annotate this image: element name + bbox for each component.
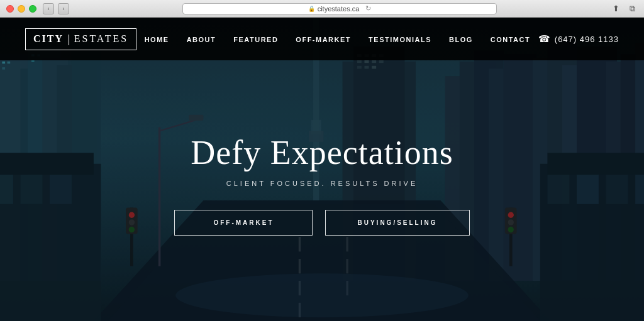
nav-item-featured[interactable]: FEATURED <box>233 33 278 45</box>
nav-link-testimonials[interactable]: TESTIMONIALS <box>369 36 431 43</box>
forward-button[interactable]: › <box>58 3 69 14</box>
logo[interactable]: CITY | ESTATES <box>25 28 136 50</box>
nav-item-about[interactable]: ABOUT <box>187 33 216 45</box>
address-bar[interactable]: 🔒 cityestates.ca ↻ <box>182 3 497 14</box>
mac-traffic-lights[interactable] <box>6 5 36 13</box>
url-text: cityestates.ca <box>318 5 360 13</box>
lock-icon: 🔒 <box>308 6 315 12</box>
nav-links: HOME ABOUT FEATURED OFF-MARKET TESTIMONI… <box>145 33 531 45</box>
toolbar-right: ⬆ ⧉ <box>610 3 638 14</box>
reload-icon[interactable]: ↻ <box>365 4 371 13</box>
hero-subtitle: CLIENT FOCUSED. RESULTS DRIVE <box>226 180 418 187</box>
hero-buttons: OFF-MARKET BUYING/SELLING <box>174 210 469 236</box>
back-button[interactable]: ‹ <box>43 3 54 14</box>
logo-divider: | <box>67 33 70 46</box>
nav-link-featured[interactable]: FEATURED <box>233 36 278 43</box>
phone-icon: ☎ <box>538 33 551 45</box>
nav-item-blog[interactable]: BLOG <box>449 33 473 45</box>
maximize-button[interactable] <box>29 5 36 13</box>
buying-selling-button[interactable]: BUYING/SELLING <box>325 210 469 236</box>
nav-link-blog[interactable]: BLOG <box>449 36 473 43</box>
forward-icon: › <box>63 6 65 12</box>
hero-content: Defy Expectations CLIENT FOCUSED. RESULT… <box>0 60 644 321</box>
minimize-button[interactable] <box>18 5 25 13</box>
nav-item-contact[interactable]: CONTACT <box>491 33 530 45</box>
mac-titlebar: ‹ › 🔒 cityestates.ca ↻ ⬆ ⧉ <box>0 0 644 18</box>
logo-city-text: CITY <box>33 33 64 45</box>
logo-estates-text: ESTATES <box>74 33 128 45</box>
share-button[interactable]: ⬆ <box>610 3 621 14</box>
close-button[interactable] <box>6 5 14 13</box>
hero-title: Defy Expectations <box>191 133 453 172</box>
nav-item-testimonials[interactable]: TESTIMONIALS <box>369 33 431 45</box>
nav-link-contact[interactable]: CONTACT <box>491 36 530 43</box>
website-container: CITY | ESTATES HOME ABOUT FEATURED OFF-M… <box>0 18 644 321</box>
nav-link-home[interactable]: HOME <box>145 36 169 43</box>
offmarket-button[interactable]: OFF-MARKET <box>174 210 313 236</box>
nav-item-home[interactable]: HOME <box>145 33 169 45</box>
nav-link-offmarket[interactable]: OFF-MARKET <box>296 36 351 43</box>
nav-link-about[interactable]: ABOUT <box>187 36 216 43</box>
back-icon: ‹ <box>48 6 50 12</box>
phone-number[interactable]: ☎ (647) 496 1133 <box>538 33 619 45</box>
navbar: CITY | ESTATES HOME ABOUT FEATURED OFF-M… <box>0 18 644 60</box>
nav-item-offmarket[interactable]: OFF-MARKET <box>296 33 351 45</box>
tabs-button[interactable]: ⧉ <box>626 3 638 14</box>
phone-number-text: (647) 496 1133 <box>555 35 619 44</box>
